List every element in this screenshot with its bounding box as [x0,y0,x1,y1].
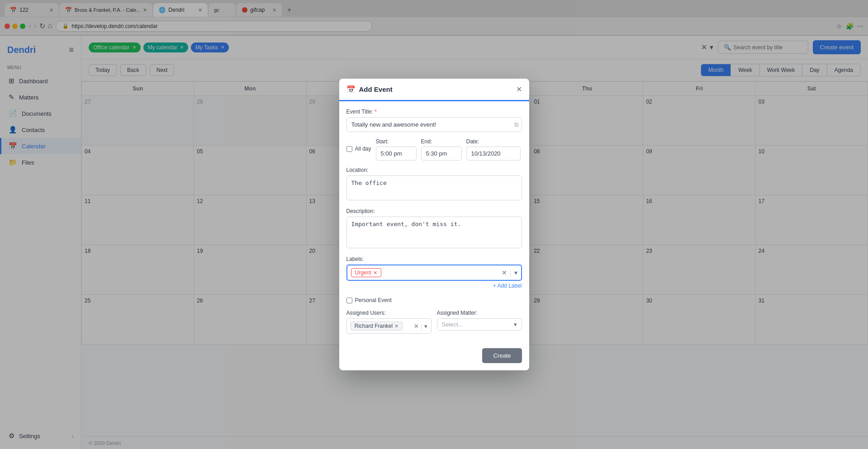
user-tag-richard: Richard Frankel ✕ [351,321,403,331]
allday-row: All day [346,138,371,152]
create-button[interactable]: Create [482,348,522,363]
personal-event-checkbox[interactable] [346,298,352,303]
start-label: Start: [376,138,417,145]
matter-placeholder: Select... [442,321,463,328]
add-label-button[interactable]: + Add Label [346,281,522,291]
labels-label: Labels: [346,256,522,262]
title-input-row: ⧉ [346,117,522,132]
modal-calendar-icon: 📅 [346,85,356,94]
modal-body: Event Title: * ⧉ All day Start: [339,101,529,348]
location-input[interactable]: The office [346,175,522,200]
labels-group: Labels: Urgent ✕ ✕ | ▾ + Add Label [346,256,522,291]
description-input[interactable]: Important event, don't miss it. [346,217,522,248]
modal-footer: Create [339,348,529,370]
copy-icon[interactable]: ⧉ [514,121,518,128]
description-label: Description: [346,208,522,214]
personal-event-row: Personal Event [346,297,522,303]
labels-select[interactable]: Urgent ✕ ✕ | ▾ [346,265,522,281]
users-select[interactable]: Richard Frankel ✕ ✕ | ▾ [346,318,432,334]
end-label: End: [421,138,462,145]
add-event-modal: 📅 Add Event ✕ Event Title: * ⧉ [339,79,529,370]
users-select-actions: ✕ | ▾ [414,323,427,330]
assigned-matter-label: Assigned Matter: [437,310,522,316]
title-input-wrap: ⧉ [346,117,522,132]
location-group: Location: The office [346,167,522,202]
label-tag-text: Urgent [355,269,371,276]
date-input[interactable] [466,147,521,161]
label-tag-remove[interactable]: ✕ [373,270,377,276]
allday-label: All day [355,146,371,152]
start-time-group: Start: [376,138,417,161]
assigned-users-label: Assigned Users: [346,310,432,316]
matter-select[interactable]: Select... ▾ [437,318,522,331]
users-dropdown-icon[interactable]: ▾ [424,323,427,330]
modal-close-button[interactable]: ✕ [516,86,522,93]
assigned-users-group: Assigned Users: Richard Frankel ✕ ✕ | ▾ [346,310,432,334]
labels-dropdown-icon[interactable]: ▾ [514,269,517,276]
date-label: Date: [466,138,521,145]
user-tag-name: Richard Frankel [355,323,393,329]
event-title-group: Event Title: * ⧉ [346,109,522,132]
allday-checkbox[interactable] [346,146,352,152]
description-group: Description: Important event, don't miss… [346,208,522,250]
start-time-input[interactable] [376,147,417,161]
user-tag-remove[interactable]: ✕ [394,323,398,329]
event-title-label: Event Title: * [346,109,522,115]
modal-overlay[interactable]: 📅 Add Event ✕ Event Title: * ⧉ [0,0,868,449]
end-time-input[interactable] [421,147,462,161]
users-clear-icon[interactable]: ✕ [414,323,419,330]
end-time-group: End: [421,138,462,161]
event-title-input[interactable] [346,117,522,132]
modal-header: 📅 Add Event ✕ [339,79,529,101]
date-group: Date: [466,138,521,161]
matter-dropdown-icon[interactable]: ▾ [514,321,517,328]
modal-title: Add Event [359,85,393,93]
time-date-row: All day Start: End: Date: [346,138,522,161]
divider: | [421,323,422,330]
labels-divider: | [510,269,511,276]
personal-event-label: Personal Event [355,297,392,303]
location-label: Location: [346,167,522,173]
label-tag-urgent: Urgent ✕ [351,268,381,277]
labels-clear-icon[interactable]: ✕ [502,269,507,276]
assigned-row: Assigned Users: Richard Frankel ✕ ✕ | ▾ [346,310,522,334]
labels-actions: ✕ | ▾ [502,269,517,276]
required-marker: * [375,109,377,115]
assigned-matter-group: Assigned Matter: Select... ▾ [437,310,522,334]
